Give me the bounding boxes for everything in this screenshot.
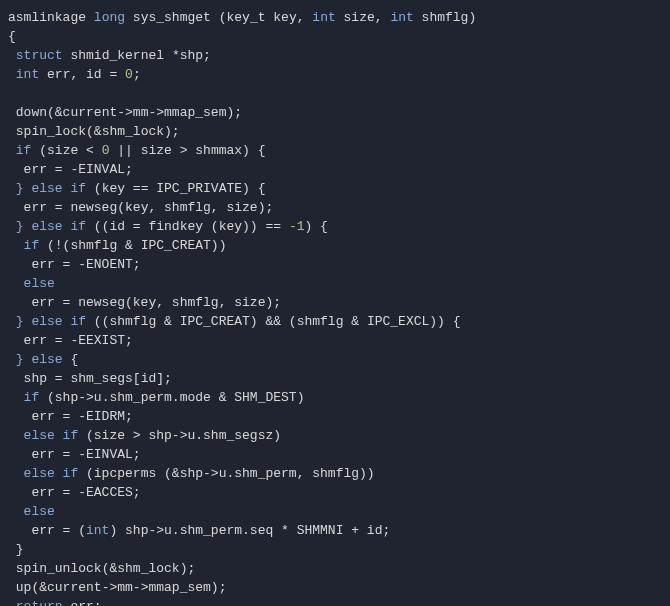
code-line: if (size < 0 || size > shmmax) { [8, 143, 266, 158]
code-line: else if (size > shp->u.shm_segsz) [8, 428, 281, 443]
code-line: err = (int) shp->u.shm_perm.seq * SHMMNI… [8, 523, 390, 538]
code-line: err = -ENOENT; [8, 257, 141, 272]
code-line: spin_lock(&shm_lock); [8, 124, 180, 139]
code-line: return err; [8, 599, 102, 606]
code-line: err = newseg(key, shmflg, size); [8, 295, 281, 310]
code-line: down(&current->mm->mmap_sem); [8, 105, 242, 120]
code-line: err = -EINVAL; [8, 447, 141, 462]
code-line: shp = shm_segs[id]; [8, 371, 172, 386]
code-line: err = -EEXIST; [8, 333, 133, 348]
code-line [8, 86, 16, 101]
code-line: if (shp->u.shm_perm.mode & SHM_DEST) [8, 390, 304, 405]
code-line: struct shmid_kernel *shp; [8, 48, 211, 63]
code-line: else [8, 276, 55, 291]
code-line: err = -EINVAL; [8, 162, 133, 177]
code-line: } else if (key == IPC_PRIVATE) { [8, 181, 265, 196]
code-line: err = -EIDRM; [8, 409, 133, 424]
code-block: asmlinkage long sys_shmget (key_t key, i… [8, 8, 646, 606]
code-line: spin_unlock(&shm_lock); [8, 561, 195, 576]
code-line: } else if ((id = findkey (key)) == -1) { [8, 219, 328, 234]
code-line: asmlinkage long sys_shmget (key_t key, i… [8, 10, 476, 25]
code-line: else [8, 504, 55, 519]
code-line: else if (ipcperms (&shp->u.shm_perm, shm… [8, 466, 375, 481]
code-line: int err, id = 0; [8, 67, 141, 82]
code-line: } [8, 542, 24, 557]
code-line: } else if ((shmflg & IPC_CREAT) && (shmf… [8, 314, 461, 329]
code-line: err = newseg(key, shmflg, size); [8, 200, 273, 215]
code-line: err = -EACCES; [8, 485, 141, 500]
code-line: up(&current->mm->mmap_sem); [8, 580, 226, 595]
code-line: if (!(shmflg & IPC_CREAT)) [8, 238, 226, 253]
code-line: { [8, 29, 16, 44]
code-line: } else { [8, 352, 78, 367]
